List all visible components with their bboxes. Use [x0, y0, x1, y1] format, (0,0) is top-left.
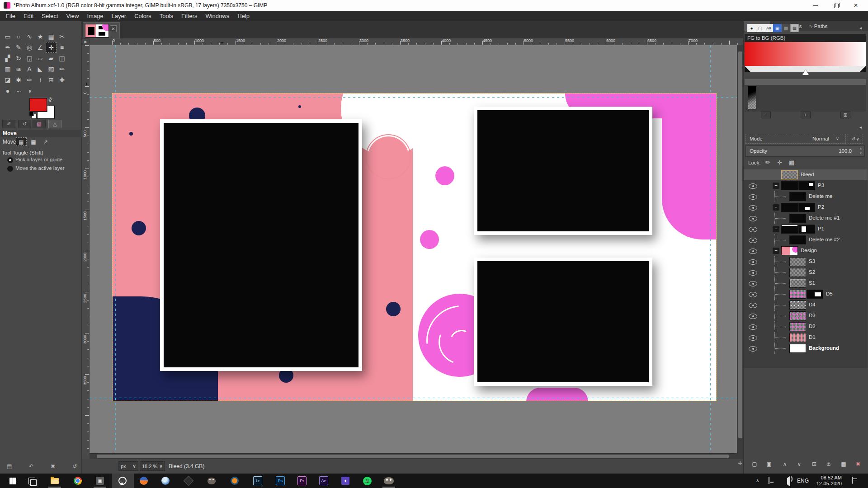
collapse-group-icon[interactable]: − — [773, 204, 779, 211]
layer-thumbnail[interactable] — [789, 192, 806, 201]
unit-combo[interactable]: px ∨ — [118, 461, 138, 471]
menu-layer[interactable]: Layer — [108, 11, 131, 21]
transform-3d-tool-icon[interactable]: ◫ — [57, 53, 67, 64]
globe-app-icon[interactable] — [160, 475, 171, 486]
purple-app-icon[interactable]: ✦ — [340, 475, 351, 486]
visibility-eye-icon[interactable] — [749, 303, 757, 308]
menu-colors[interactable]: Colors — [130, 11, 156, 21]
zoom-combo[interactable]: 18.2 % ∨ — [140, 461, 165, 471]
scale-tool-icon[interactable]: ◱ — [24, 53, 35, 64]
save-tool-preset-button[interactable]: ▤ — [5, 462, 14, 471]
restore-button[interactable] — [828, 0, 844, 11]
photo-frame-2[interactable] — [474, 107, 652, 235]
guide-vertical-left[interactable] — [115, 45, 116, 453]
visibility-eye-icon[interactable] — [749, 205, 757, 211]
rectangle-select-tool-icon[interactable]: ▭ — [2, 31, 13, 42]
delete-layer-button[interactable]: ✖ — [853, 460, 863, 469]
swap-colors-icon[interactable]: ⇄ — [47, 95, 54, 103]
visibility-eye-icon[interactable] — [749, 227, 757, 232]
photos-app-icon[interactable]: ▣ — [94, 475, 105, 486]
smudge-tool-icon[interactable]: ∽ — [13, 85, 24, 96]
lower-layer-button[interactable]: ∨ — [794, 460, 805, 469]
layer-thumbnail[interactable] — [781, 170, 798, 179]
gradient-right-handle-icon[interactable] — [859, 66, 866, 72]
layer-mask-thumbnail[interactable] — [798, 225, 815, 234]
tab-document-history-icon[interactable]: ▣ — [773, 24, 782, 32]
raise-layer-button[interactable]: ∧ — [779, 460, 790, 469]
layer-row-d4[interactable]: D4 — [744, 300, 868, 310]
cage-transform-tool-icon[interactable]: ▥ — [2, 64, 13, 75]
tab-undo-history-icon[interactable]: ↺ — [18, 120, 31, 128]
horizontal-scrollbar[interactable] — [90, 453, 737, 459]
gimp-taskbar-icon[interactable] — [383, 475, 394, 486]
layer-thumbnail[interactable] — [789, 268, 806, 277]
menu-help[interactable]: Help — [233, 11, 254, 21]
gradient-list[interactable] — [745, 85, 866, 112]
move-tool-icon[interactable]: ✛ — [46, 42, 57, 53]
grid-view-button[interactable]: ⊞ — [840, 112, 850, 118]
layer-row-delete-me[interactable]: Delete me — [744, 191, 868, 202]
layer-thumbnail[interactable] — [789, 344, 806, 353]
guide-vertical-right[interactable] — [710, 45, 711, 453]
visibility-eye-icon[interactable] — [749, 346, 757, 352]
blur-sharpen-tool-icon[interactable]: ● — [2, 85, 13, 96]
after-effects-icon[interactable]: Ae — [318, 475, 329, 486]
menu-tools[interactable]: Tools — [156, 11, 177, 21]
canvas-viewport[interactable] — [90, 45, 737, 453]
gradient-left-handle-icon[interactable] — [745, 66, 751, 72]
layer-thumbnail[interactable] — [781, 181, 798, 190]
horizontal-ruler[interactable] — [82, 38, 743, 45]
vertical-scrollbar-thumb[interactable] — [738, 52, 742, 438]
menu-windows[interactable]: Windows — [201, 11, 233, 21]
collapse-dock-icon[interactable]: ◂ — [859, 25, 862, 30]
photo-frame-3[interactable] — [474, 258, 652, 386]
anchor-layer-button[interactable]: ⚓ — [823, 460, 834, 469]
layer-thumbnail[interactable] — [781, 225, 798, 234]
layer-thumbnail[interactable] — [789, 333, 806, 342]
tab-tool-options-alt-icon[interactable]: ✐ — [2, 120, 15, 128]
layer-mask-thumbnail[interactable] — [798, 181, 815, 190]
default-colors-icon[interactable] — [29, 111, 34, 116]
image-tab-thumbnail[interactable] — [85, 24, 109, 38]
visibility-eye-icon[interactable] — [749, 249, 757, 254]
layer-thumbnail[interactable] — [781, 246, 798, 255]
scissors-select-tool-icon[interactable]: ✂ — [57, 31, 67, 42]
gradient-selected-row[interactable] — [745, 79, 866, 85]
speaker-icon[interactable] — [785, 478, 790, 484]
collapse-layers-icon[interactable]: ◂ — [859, 125, 862, 130]
layer-thumbnail[interactable] — [789, 322, 806, 331]
delete-tool-preset-button[interactable]: ✖ — [48, 462, 58, 471]
image-tab-close-icon[interactable]: ✕ — [110, 25, 117, 32]
task-view-button[interactable] — [26, 475, 37, 486]
zoom-out-button[interactable]: − — [761, 112, 771, 118]
layer-thumbnail[interactable] — [789, 311, 806, 320]
perspective-tool-icon[interactable]: ▰ — [46, 53, 57, 64]
rotate-tool-icon[interactable]: ↻ — [13, 53, 24, 64]
tab-images-icon[interactable]: ▧ — [33, 120, 46, 128]
minimize-button[interactable] — [808, 0, 823, 11]
layer-mask-thumbnail[interactable] — [807, 290, 823, 299]
language-indicator[interactable]: ENG — [797, 478, 809, 484]
tab-selection-editor-icon[interactable]: ▩ — [782, 24, 790, 32]
visibility-eye-icon[interactable] — [749, 194, 757, 200]
navigation-cross-icon[interactable]: ✛ — [737, 460, 743, 466]
chrome-icon[interactable] — [72, 475, 83, 486]
layer-row-s2[interactable]: S2 — [744, 267, 868, 278]
layer-row-d3[interactable]: D3 — [744, 310, 868, 321]
visibility-eye-icon[interactable] — [749, 281, 757, 286]
menu-select[interactable]: Select — [38, 11, 62, 21]
gradient-handle-strip[interactable] — [745, 66, 866, 72]
blend-mode-row[interactable]: Mode Normal ∨ — [745, 134, 846, 144]
layer-mask-thumbnail[interactable] — [798, 203, 815, 212]
collapse-group-icon[interactable]: − — [773, 183, 779, 189]
visibility-eye-icon[interactable] — [749, 292, 757, 297]
tray-chevron-icon[interactable]: ∧ — [756, 478, 759, 483]
layer-row-bleed[interactable]: Bleed — [744, 169, 868, 180]
crop-tool-icon[interactable]: ▞ — [2, 53, 13, 64]
guide-horizontal-top[interactable] — [90, 97, 737, 98]
owl-app-icon[interactable] — [138, 475, 149, 486]
free-select-tool-icon[interactable]: ∿ — [24, 31, 35, 42]
ruler-corner-button[interactable]: ▶ — [82, 38, 90, 45]
eraser-tool-icon[interactable]: ◪ — [2, 75, 13, 85]
visibility-eye-icon[interactable] — [749, 324, 757, 330]
